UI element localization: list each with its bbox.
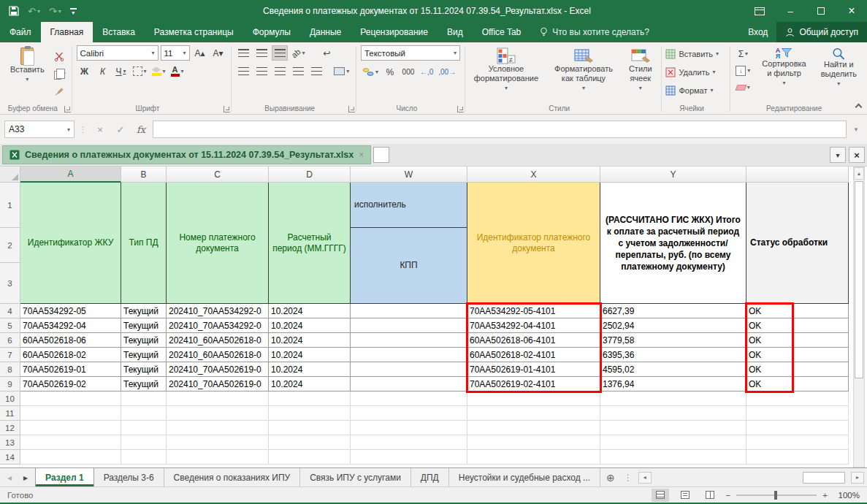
cell-payment-doc-id[interactable]: 70AA534292-05-4101 bbox=[467, 304, 600, 318]
empty-cell[interactable] bbox=[167, 450, 269, 465]
empty-cell[interactable] bbox=[269, 421, 351, 435]
cell-styles-button[interactable]: Стили ячеек ▾ bbox=[625, 45, 657, 95]
borders-button[interactable]: ▾ bbox=[131, 64, 148, 79]
tab-formulas[interactable]: Формулы bbox=[243, 22, 300, 42]
header-cell-status[interactable]: Статус обработки bbox=[746, 183, 849, 304]
col-header-y[interactable]: Y bbox=[600, 167, 746, 183]
cell-total[interactable]: 4595,02 bbox=[600, 362, 746, 377]
fill-button[interactable]: ↓▾ bbox=[734, 63, 752, 78]
empty-cell[interactable] bbox=[269, 406, 351, 421]
add-sheet-button[interactable]: ⊕ bbox=[600, 468, 621, 486]
minimize-button[interactable]: – bbox=[775, 0, 806, 22]
bold-button[interactable]: Ж bbox=[77, 64, 93, 79]
horizontal-scrollbar[interactable]: ◂ ▸ bbox=[635, 468, 867, 486]
row-header-12[interactable]: 12 bbox=[0, 421, 20, 435]
tab-review[interactable]: Рецензирование bbox=[351, 22, 438, 42]
accounting-format-button[interactable]: ▾ bbox=[361, 64, 380, 80]
format-painter-button[interactable] bbox=[51, 83, 67, 99]
empty-cell[interactable] bbox=[20, 435, 121, 450]
cell-kpp[interactable] bbox=[351, 362, 467, 377]
sheet-tab-ipu-services[interactable]: Связь ИПУ с услугами bbox=[300, 468, 411, 486]
cell-zhku-id[interactable]: 70AA534292-04 bbox=[20, 318, 121, 333]
page-layout-view-button[interactable] bbox=[676, 489, 694, 502]
maximize-button[interactable] bbox=[806, 0, 836, 22]
dialog-launcher-icon[interactable] bbox=[224, 106, 230, 112]
cell-pd-type[interactable]: Текущий bbox=[121, 318, 167, 333]
empty-cell[interactable] bbox=[746, 421, 849, 435]
empty-cell[interactable] bbox=[167, 392, 269, 406]
cut-button[interactable] bbox=[51, 48, 67, 64]
row-header-1[interactable]: 1 bbox=[0, 183, 20, 228]
cell-status[interactable]: OK bbox=[746, 362, 849, 377]
row-header-14[interactable]: 14 bbox=[0, 450, 20, 465]
cell-status[interactable]: OK bbox=[746, 304, 849, 318]
redo-button[interactable]: ↷▾ bbox=[49, 6, 61, 17]
paste-button[interactable]: Вставить ▾ bbox=[6, 45, 49, 86]
cell-pd-type[interactable]: Текущий bbox=[121, 333, 167, 348]
empty-cell[interactable] bbox=[351, 392, 467, 406]
tell-me-search[interactable]: Что вы хотите сделать? bbox=[530, 22, 659, 42]
empty-cell[interactable] bbox=[600, 435, 746, 450]
zoom-slider[interactable] bbox=[736, 495, 817, 496]
col-header-c[interactable]: C bbox=[167, 167, 269, 183]
empty-cell[interactable] bbox=[121, 392, 167, 406]
row-header-4[interactable]: 4 bbox=[0, 304, 20, 318]
zoom-out-button[interactable]: − bbox=[726, 491, 731, 500]
decrease-indent-button[interactable] bbox=[290, 64, 306, 79]
cell-zhku-id[interactable]: 60AA502618-06 bbox=[20, 333, 121, 348]
empty-cell[interactable] bbox=[167, 421, 269, 435]
empty-cell[interactable] bbox=[467, 406, 600, 421]
cell-zhku-id[interactable]: 70AA502619-01 bbox=[20, 362, 121, 377]
empty-cell[interactable] bbox=[121, 450, 167, 465]
format-as-table-button[interactable]: Форматировать как таблицу ▾ bbox=[550, 45, 617, 95]
cell-period[interactable]: 10.2024 bbox=[269, 304, 351, 318]
scroll-up-button[interactable]: ▴ bbox=[854, 167, 864, 180]
office-tab-panel-button[interactable] bbox=[744, 0, 775, 22]
row-header-5[interactable]: 5 bbox=[0, 318, 20, 333]
vertical-scrollbar[interactable]: ▴ bbox=[853, 167, 865, 467]
underline-button[interactable]: Ч▾ bbox=[113, 64, 129, 79]
expand-formula-bar-button[interactable]: ▾ bbox=[849, 126, 863, 133]
zoom-in-button[interactable]: + bbox=[822, 491, 828, 500]
cell-doc-number[interactable]: 202410_60AA502618-0 bbox=[167, 333, 269, 348]
font-color-button[interactable]: А▾ bbox=[169, 64, 186, 79]
row-header-2[interactable]: 2 bbox=[0, 228, 20, 263]
row-header-6[interactable]: 6 bbox=[0, 333, 20, 348]
cell-payment-doc-id[interactable]: 60AA502618-06-4101 bbox=[467, 333, 600, 348]
cell-period[interactable]: 10.2024 bbox=[269, 318, 351, 333]
cell-period[interactable]: 10.2024 bbox=[269, 333, 351, 348]
insert-cells-button[interactable]: Вставить ▾ bbox=[665, 46, 725, 61]
select-all-corner[interactable] bbox=[0, 167, 20, 183]
empty-cell[interactable] bbox=[746, 435, 849, 450]
empty-cell[interactable] bbox=[600, 421, 746, 435]
empty-cell[interactable] bbox=[20, 421, 121, 435]
empty-cell[interactable] bbox=[600, 450, 746, 465]
grow-font-button[interactable]: А▴ bbox=[192, 45, 208, 61]
empty-cell[interactable] bbox=[600, 392, 746, 406]
cell-status[interactable]: OK bbox=[746, 333, 849, 348]
cell-doc-number[interactable]: 202410_70AA534292-0 bbox=[167, 318, 269, 333]
tab-insert[interactable]: Вставка bbox=[93, 22, 145, 42]
orientation-button[interactable]: ab▾ bbox=[290, 45, 306, 61]
empty-cell[interactable] bbox=[269, 435, 351, 450]
italic-button[interactable]: К bbox=[95, 64, 111, 79]
find-select-button[interactable]: Найти и выделить ▾ bbox=[817, 45, 861, 91]
sheet-nav-left-icon[interactable]: ◂ bbox=[7, 473, 12, 483]
cell-payment-doc-id[interactable]: 70AA502619-01-4101 bbox=[467, 362, 600, 377]
empty-cell[interactable] bbox=[269, 392, 351, 406]
sheet-tab-penalties[interactable]: Неустойки и судебные расход ... bbox=[449, 468, 600, 486]
sheet-nav-right-icon[interactable]: ▸ bbox=[23, 473, 28, 483]
align-center-button[interactable] bbox=[253, 64, 270, 79]
scroll-left-button[interactable]: ◂ bbox=[638, 472, 652, 484]
document-tab-active[interactable]: Сведения о платежных документах от 15.11… bbox=[2, 145, 371, 164]
cell-kpp[interactable] bbox=[351, 318, 467, 333]
cell-doc-number[interactable]: 202410_70AA534292-0 bbox=[167, 304, 269, 318]
sort-filter-button[interactable]: АЯ Сортировка и фильтр ▾ bbox=[757, 45, 810, 90]
zoom-slider-thumb[interactable] bbox=[774, 491, 777, 500]
header-cell-doc-number[interactable]: Номер платежного документа bbox=[167, 183, 269, 304]
page-break-view-button[interactable] bbox=[701, 489, 719, 502]
header-cell-payment-doc-id[interactable]: Идентификатор платежного документа bbox=[467, 183, 600, 304]
empty-cell[interactable] bbox=[467, 392, 600, 406]
cell-doc-number[interactable]: 202410_70AA502619-0 bbox=[167, 362, 269, 377]
row-header-8[interactable]: 8 bbox=[0, 362, 20, 377]
